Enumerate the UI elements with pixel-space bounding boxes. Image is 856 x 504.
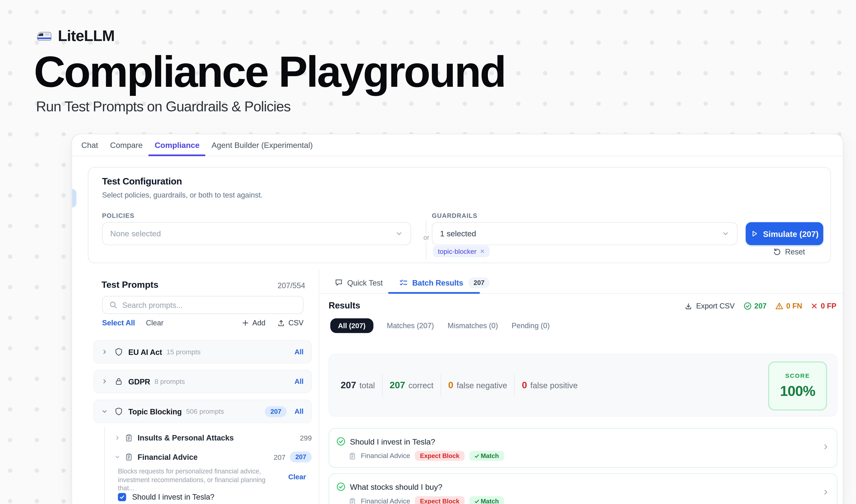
prompt-subgroup-insults[interactable]: Insults & Personal Attacks 299 [115, 430, 312, 446]
lock-icon [115, 377, 123, 385]
add-prompt-button[interactable]: Add [242, 319, 265, 327]
total-stat: 207 total [341, 380, 375, 391]
false-positive-stat: 0 FP [811, 302, 836, 310]
results-header-stats: Export CSV 207 0 FN 0 FP [684, 302, 836, 310]
tab-chat[interactable]: Chat [75, 134, 104, 156]
test-configuration-card: Test Configuration Select policies, guar… [88, 167, 831, 263]
stat-divider [514, 374, 515, 396]
result-row[interactable]: Should I invest in Tesla? Financial Advi… [329, 428, 838, 468]
prompt-checkbox-label: Should I invest in Tesla? [132, 492, 214, 501]
score-value: 100% [780, 383, 815, 400]
check-icon [474, 453, 479, 458]
config-title: Test Configuration [102, 177, 182, 187]
selected-guardrail-chip[interactable]: topic-blocker ✕ [433, 246, 490, 257]
expect-block-badge: Expect Block [415, 451, 464, 461]
search-icon [109, 301, 117, 309]
filter-all[interactable]: All (207) [331, 318, 373, 333]
filter-pending[interactable]: Pending (0) [512, 322, 550, 330]
guardrails-select-value: 1 selected [440, 229, 476, 238]
dot-separator: · [140, 319, 142, 327]
page-subtitle: Run Test Prompts on Guardrails & Policie… [36, 98, 290, 115]
results-tab-bar: Quick Test Batch Results 207 [319, 272, 843, 294]
plus-icon [242, 319, 249, 326]
group-all-link[interactable]: All [295, 377, 303, 385]
clipboard-icon [349, 498, 356, 504]
false-positive-count: 0 FP [821, 302, 836, 310]
prompt-group-gdpr[interactable]: GDPR 8 prompts All [93, 370, 312, 393]
filter-mismatches[interactable]: Mismatches (0) [447, 322, 498, 330]
simulate-button-label: Simulate (207) [763, 229, 818, 238]
group-name: Topic Blocking [128, 407, 182, 416]
subgroup-count: 207 [274, 453, 286, 461]
policies-select[interactable]: None selected [102, 222, 411, 245]
prompt-actions-row: Select All · Clear Add CSV [102, 319, 304, 327]
prompt-search-box[interactable] [102, 296, 304, 314]
result-row[interactable]: What stocks should I buy? Financial Advi… [329, 473, 838, 504]
prompt-group-topic-blocking[interactable]: Topic Blocking 506 prompts 207 All [93, 400, 312, 423]
chevron-down-icon[interactable] [102, 408, 107, 414]
false-positive-summary-stat: 0 false positive [522, 380, 578, 391]
simulate-button[interactable]: Simulate (207) [746, 222, 823, 245]
clear-link[interactable]: Clear [146, 319, 164, 327]
selected-count-badge: 207 [265, 406, 287, 417]
reset-button-label: Reset [785, 247, 805, 256]
group-all-link[interactable]: All [295, 407, 303, 416]
prompt-subgroup-financial-advice[interactable]: Financial Advice 207 207 [115, 449, 312, 465]
chevron-right-icon[interactable] [115, 435, 120, 440]
reset-button[interactable]: Reset [773, 247, 805, 256]
config-subtitle: Select policies, guardrails, or both to … [102, 191, 263, 199]
chip-remove-icon[interactable]: ✕ [480, 248, 485, 255]
clear-selection-link[interactable]: Clear [288, 473, 306, 481]
expect-block-badge: Expect Block [415, 497, 464, 504]
group-all-link[interactable]: All [295, 348, 303, 356]
csv-upload-button[interactable]: CSV [278, 319, 304, 327]
match-badge: Match [469, 451, 504, 461]
app-name: LiteLLM [58, 27, 114, 45]
test-prompts-count: 207/554 [254, 281, 305, 290]
export-csv-label: Export CSV [696, 302, 735, 310]
results-filter-row: All (207) Matches (207) Mismatches (0) P… [331, 318, 550, 333]
main-card: Chat Compare Compliance Agent Builder (E… [72, 134, 843, 504]
tree-indent-guide [104, 427, 105, 504]
reset-icon [773, 248, 781, 256]
checkbox-checked[interactable] [118, 493, 126, 501]
tab-agent-builder[interactable]: Agent Builder (Experimental) [206, 134, 319, 156]
chevron-down-icon [722, 230, 729, 237]
stat-divider [441, 374, 441, 396]
checklist-icon [399, 278, 408, 287]
compliance-playground-page: LiteLLM Compliance Playground Run Test P… [0, 0, 856, 504]
summary-stats: 207 total 207 correct 0 false negative 0… [341, 354, 578, 416]
chevron-down-icon [395, 230, 403, 237]
tab-compliance[interactable]: Compliance [149, 134, 206, 156]
tab-compare[interactable]: Compare [104, 134, 149, 156]
tab-quick-test[interactable]: Quick Test [335, 278, 382, 287]
upload-icon [278, 319, 285, 327]
app-logo: LiteLLM [36, 27, 114, 45]
results-heading: Results [329, 301, 360, 311]
check-circle-icon [336, 437, 345, 446]
filter-matches[interactable]: Matches (207) [387, 322, 434, 330]
score-label: SCORE [785, 372, 810, 379]
active-tab-underline [388, 292, 480, 294]
prompt-group-eu-ai-act[interactable]: EU AI Act 15 prompts All [93, 340, 312, 364]
result-category: Financial Advice [361, 497, 410, 504]
chevron-right-icon[interactable] [102, 349, 107, 355]
results-summary-card: 207 total 207 correct 0 false negative 0… [329, 354, 838, 417]
chevron-right-icon[interactable] [102, 378, 107, 384]
chevron-right-icon [822, 443, 829, 450]
clipboard-icon [125, 434, 132, 442]
x-icon [811, 303, 818, 309]
guardrails-select[interactable]: 1 selected [432, 222, 737, 245]
shield-icon [115, 348, 123, 356]
prompt-checkbox-item[interactable]: Should I invest in Tesla? [118, 492, 214, 501]
search-input[interactable] [122, 301, 297, 309]
chevron-down-icon[interactable] [115, 454, 120, 460]
tab-batch-results[interactable]: Batch Results [399, 278, 463, 287]
export-csv-button[interactable]: Export CSV [684, 302, 735, 310]
group-name: EU AI Act [128, 347, 162, 356]
select-all-link[interactable]: Select All [102, 319, 135, 327]
group-count: 15 prompts [166, 348, 200, 356]
warning-triangle-icon [775, 302, 784, 310]
guardrails-label: GUARDRAILS [432, 212, 478, 219]
check-circle-icon [743, 302, 751, 310]
